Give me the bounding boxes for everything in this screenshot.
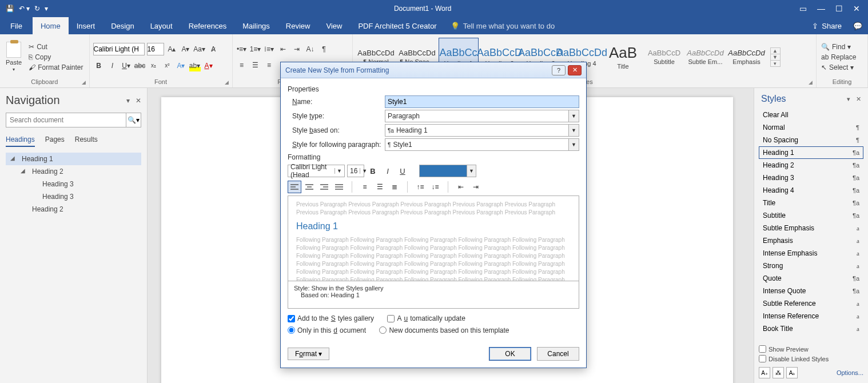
nav-tab-pages[interactable]: Pages: [45, 135, 65, 147]
grow-font-button[interactable]: A▴: [166, 43, 178, 55]
add-gallery-checkbox[interactable]: Add to the Styles gallery: [288, 314, 374, 322]
dialog-align-center-button[interactable]: [302, 181, 316, 193]
styles-pane-item[interactable]: Title¶a: [759, 197, 863, 209]
collapse-icon[interactable]: ◢: [10, 155, 15, 161]
styles-pane-item[interactable]: Emphasisa: [759, 234, 863, 247]
select-button[interactable]: ↖Select ▾: [820, 63, 857, 72]
multilevel-button[interactable]: ⁞≡▾: [264, 43, 275, 55]
font-color-button[interactable]: A▾: [203, 60, 214, 71]
nav-search-input[interactable]: [6, 113, 126, 127]
align-left-button[interactable]: ≡: [236, 59, 248, 71]
dialog-font-size-select[interactable]: 16▼: [347, 165, 364, 177]
collapse-icon[interactable]: ◢: [21, 167, 25, 174]
dialog-italic-button[interactable]: I: [381, 165, 394, 177]
ok-button[interactable]: OK: [489, 347, 531, 361]
dialog-close-icon[interactable]: ✕: [568, 65, 582, 75]
bold-button[interactable]: B: [93, 60, 105, 71]
paste-button[interactable]: Paste ▾: [3, 39, 24, 74]
style-inspector-icon[interactable]: ⁂: [773, 367, 784, 378]
styles-pane-item[interactable]: Intense Quote¶a: [759, 285, 863, 297]
nav-search-button[interactable]: 🔍▾: [126, 113, 141, 127]
format-button[interactable]: Format ▾: [288, 348, 329, 360]
clear-formatting-button[interactable]: A̷: [208, 43, 219, 55]
sort-button[interactable]: A↓: [305, 43, 316, 55]
dialog-font-name-select[interactable]: Calibri Light (Head▼: [288, 165, 345, 177]
bullets-button[interactable]: •≡▾: [236, 43, 248, 55]
styles-pane-item[interactable]: Subtle Emphasisa: [759, 222, 863, 234]
dialog-align-left-button[interactable]: [288, 181, 301, 193]
styles-pane-item[interactable]: Stronga: [759, 260, 863, 272]
align-center-button[interactable]: ☰: [250, 59, 261, 71]
new-style-icon[interactable]: A₊: [759, 367, 770, 378]
style-following-select[interactable]: ¶Style1▼: [385, 138, 579, 151]
undo-icon[interactable]: ↶ ▾: [19, 5, 30, 13]
highlight-button[interactable]: ab▾: [189, 60, 201, 71]
comments-icon[interactable]: 💬: [847, 22, 868, 30]
manage-styles-icon[interactable]: Aₐ: [786, 367, 798, 378]
nav-tree-node[interactable]: ◢Heading 2: [6, 165, 141, 178]
dialog-help-icon[interactable]: ?: [552, 65, 566, 75]
nav-tree-node[interactable]: Heading 2: [6, 203, 141, 216]
nav-tab-headings[interactable]: Headings: [6, 135, 35, 147]
tab-insert[interactable]: Insert: [69, 17, 103, 34]
dialog-increase-indent-button[interactable]: ⇥: [469, 181, 483, 193]
show-preview-checkbox[interactable]: Show Preview: [759, 344, 863, 354]
align-right-button[interactable]: ≡: [264, 59, 275, 71]
dialog-double-space-button[interactable]: ≣: [388, 181, 401, 193]
nav-tab-results[interactable]: Results: [75, 135, 98, 147]
dialog-titlebar[interactable]: Create New Style from Formatting ? ✕: [281, 62, 586, 78]
subscript-button[interactable]: x₂: [148, 60, 160, 71]
dialog-single-space-button[interactable]: ≡: [358, 181, 372, 193]
font-name-input[interactable]: [93, 43, 145, 55]
nav-dropdown-icon[interactable]: ▾: [126, 97, 130, 105]
superscript-button[interactable]: x²: [162, 60, 173, 71]
font-size-input[interactable]: [147, 43, 164, 55]
styles-pane-item[interactable]: Heading 4¶a: [759, 184, 863, 197]
cut-button[interactable]: ✂Cut: [26, 42, 85, 51]
tab-design[interactable]: Design: [103, 17, 142, 34]
styles-pane-item[interactable]: Heading 1¶a: [759, 146, 863, 159]
gallery-up-icon[interactable]: ▲: [771, 48, 780, 54]
style-gallery-item[interactable]: AaBbCcDdSubtle Em...: [686, 38, 726, 77]
styles-pane-item[interactable]: Quote¶a: [759, 272, 863, 285]
numbering-button[interactable]: 1≡▾: [250, 43, 261, 55]
styles-pane-item[interactable]: No Spacing¶: [759, 134, 863, 146]
styles-pane-item[interactable]: Clear All: [759, 109, 863, 121]
tab-file[interactable]: File: [0, 17, 33, 34]
replace-button[interactable]: abReplace: [820, 53, 857, 62]
styles-pane-item[interactable]: Intense Referencea: [759, 310, 863, 322]
qat-more-icon[interactable]: ▾: [45, 5, 48, 13]
dialog-justify-button[interactable]: [332, 181, 346, 193]
dialog-bold-button[interactable]: B: [367, 165, 379, 177]
close-icon[interactable]: ✕: [853, 4, 860, 13]
copy-button[interactable]: ⎘Copy: [26, 53, 85, 62]
text-effects-button[interactable]: A▾: [176, 60, 187, 71]
only-document-radio[interactable]: Only in this document: [288, 326, 366, 334]
dialog-space-before-button[interactable]: ↑≡: [413, 181, 427, 193]
auto-update-checkbox[interactable]: Automatically update: [387, 314, 465, 322]
shrink-font-button[interactable]: A▾: [180, 43, 192, 55]
styles-pane-item[interactable]: Subtle Referencea: [759, 297, 863, 310]
save-icon[interactable]: 💾: [6, 5, 14, 13]
share-button[interactable]: ⇪ Share: [806, 22, 847, 30]
tab-references[interactable]: References: [181, 17, 234, 34]
change-case-button[interactable]: Aa▾: [194, 43, 205, 55]
cancel-button[interactable]: Cancel: [537, 347, 579, 361]
underline-button[interactable]: U▾: [121, 60, 132, 71]
new-documents-radio[interactable]: New documents based on this template: [379, 326, 509, 334]
tab-mailings[interactable]: Mailings: [234, 17, 278, 34]
maximize-icon[interactable]: ☐: [835, 4, 843, 13]
styles-pane-item[interactable]: Intense Emphasisa: [759, 247, 863, 260]
increase-indent-button[interactable]: ⇥: [291, 43, 302, 55]
ribbon-options-icon[interactable]: ▭: [799, 4, 807, 13]
nav-tree-node[interactable]: ◢Heading 1: [6, 153, 141, 165]
styles-pane-item[interactable]: Heading 2¶a: [759, 159, 863, 171]
styles-pane-item[interactable]: Subtitle¶a: [759, 209, 863, 222]
style-gallery-item[interactable]: AaBbCcDdEmphasis: [727, 38, 767, 77]
style-based-select[interactable]: ¶aHeading 1▼: [385, 124, 579, 137]
styles-launcher-icon[interactable]: ◢: [809, 79, 813, 85]
tab-review[interactable]: Review: [278, 17, 318, 34]
redo-icon[interactable]: ↻: [34, 5, 40, 13]
style-type-select[interactable]: Paragraph▼: [385, 110, 579, 122]
style-gallery-item[interactable]: AaBbCcDSubtitle: [644, 38, 684, 77]
